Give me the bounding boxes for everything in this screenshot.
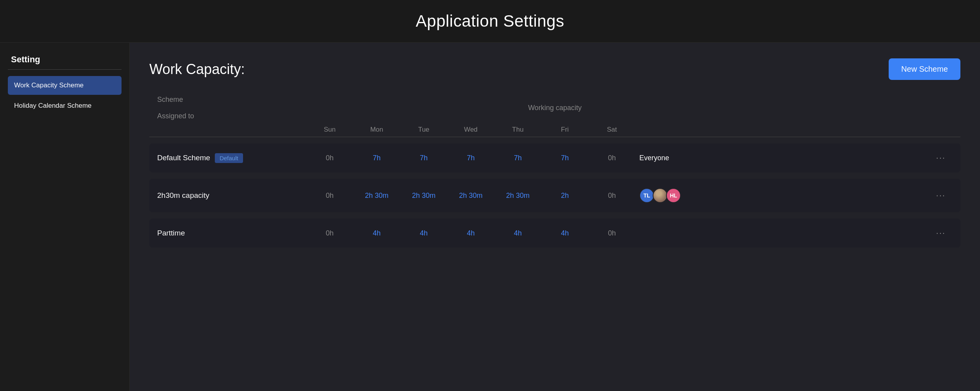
app-header: Application Settings — [0, 0, 980, 43]
scheme-name-2h30m: 2h30m capacity — [157, 191, 306, 200]
row3-mon: 4h — [353, 229, 400, 237]
row2-tue: 2h 30m — [400, 192, 447, 200]
avatar-hl: HL — [666, 188, 681, 203]
sidebar-item-work-capacity[interactable]: Work Capacity Scheme — [8, 76, 122, 95]
page-title: Application Settings — [0, 12, 980, 31]
avatar-photo — [653, 188, 668, 203]
table-days-row: Sun Mon Tue Wed Thu Fri Sat — [149, 123, 960, 137]
day-tue: Tue — [400, 126, 447, 134]
table-header-divider — [149, 137, 960, 137]
schemes-table: Scheme Working capacity Assigned to Sun … — [149, 96, 960, 248]
day-sat: Sat — [588, 126, 635, 134]
sidebar-divider — [8, 69, 122, 70]
default-badge: Default — [215, 153, 243, 163]
row3-more-button[interactable]: ··· — [929, 228, 953, 238]
row1-sat: 0h — [588, 154, 635, 162]
row1-assigned: Everyone — [635, 154, 929, 162]
row2-fri: 2h — [541, 192, 588, 200]
table-row: Default Scheme Default 0h 7h 7h 7h 7h 7h… — [149, 143, 960, 172]
avatar-tl: TL — [639, 188, 654, 203]
row1-fri: 7h — [541, 154, 588, 162]
row1-mon: 7h — [353, 154, 400, 162]
col-working-capacity-header: Working capacity — [157, 104, 953, 112]
day-sun: Sun — [306, 126, 353, 134]
sidebar-heading: Setting — [8, 54, 122, 65]
content-header: Work Capacity: New Scheme — [149, 58, 960, 80]
row2-wed: 2h 30m — [447, 192, 494, 200]
row1-wed: 7h — [447, 154, 494, 162]
row2-sun: 0h — [306, 192, 353, 200]
content-area: Work Capacity: New Scheme Scheme Working… — [129, 43, 980, 391]
row3-tue: 4h — [400, 229, 447, 237]
table-row: Parttime 0h 4h 4h 4h 4h 4h 0h ··· — [149, 219, 960, 248]
row1-more-button[interactable]: ··· — [929, 153, 953, 163]
day-fri: Fri — [541, 126, 588, 134]
day-thu: Thu — [494, 126, 541, 134]
scheme-name-parttime: Parttime — [157, 229, 306, 237]
row2-more-button[interactable]: ··· — [929, 190, 953, 201]
row2-assigned: TL HL — [635, 188, 929, 203]
col-scheme-header: Scheme — [157, 96, 306, 104]
sidebar-item-holiday-calendar[interactable]: Holiday Calendar Scheme — [8, 96, 122, 115]
table-row: 2h30m capacity 0h 2h 30m 2h 30m 2h 30m 2… — [149, 179, 960, 212]
day-mon: Mon — [353, 126, 400, 134]
main-layout: Setting Work Capacity Scheme Holiday Cal… — [0, 43, 980, 391]
sidebar: Setting Work Capacity Scheme Holiday Cal… — [0, 43, 129, 391]
row1-thu: 7h — [494, 154, 541, 162]
day-wed: Wed — [447, 126, 494, 134]
row2-thu: 2h 30m — [494, 192, 541, 200]
row3-sat: 0h — [588, 229, 635, 237]
row2-sat: 0h — [588, 192, 635, 200]
new-scheme-button[interactable]: New Scheme — [889, 58, 960, 80]
row2-mon: 2h 30m — [353, 192, 400, 200]
row1-sun: 0h — [306, 154, 353, 162]
row1-tue: 7h — [400, 154, 447, 162]
table-header-top: Scheme Working capacity Assigned to — [149, 96, 960, 120]
row3-fri: 4h — [541, 229, 588, 237]
content-title: Work Capacity: — [149, 61, 245, 78]
col-assigned-to-header: Assigned to — [157, 112, 306, 120]
row3-thu: 4h — [494, 229, 541, 237]
scheme-name-default: Default Scheme Default — [157, 153, 306, 163]
row3-wed: 4h — [447, 229, 494, 237]
row3-sun: 0h — [306, 229, 353, 237]
